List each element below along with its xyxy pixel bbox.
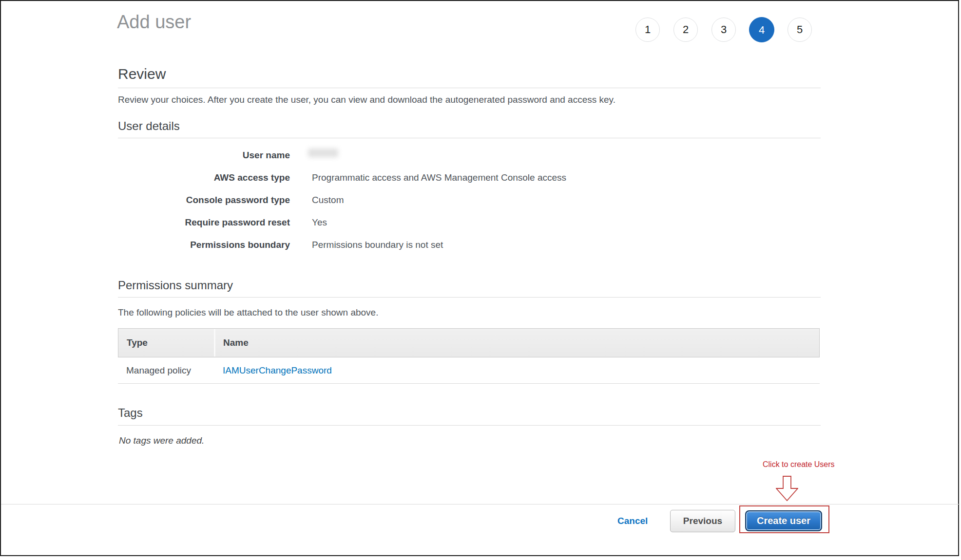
policy-link[interactable]: IAMUserChangePassword — [223, 365, 332, 375]
divider — [118, 138, 821, 138]
permissions-summary-heading: Permissions summary — [118, 279, 233, 292]
step-4-active: 4 — [749, 17, 774, 42]
table-row: Managed policy IAMUserChangePassword — [118, 357, 820, 384]
review-heading: Review — [118, 66, 166, 82]
annotation-label: Click to create Users — [763, 460, 835, 469]
detail-value: Programmatic access and AWS Management C… — [312, 172, 566, 183]
permissions-summary-description: The following policies will be attached … — [118, 307, 378, 318]
policy-type-cell: Managed policy — [118, 365, 213, 376]
detail-label: User name — [118, 150, 290, 161]
column-header-type: Type — [118, 337, 214, 348]
step-2: 2 — [673, 18, 698, 42]
page-title: Add user — [117, 12, 191, 33]
detail-row-permissions-boundary: Permissions boundary Permissions boundar… — [118, 234, 821, 256]
detail-row-password-reset: Require password reset Yes — [118, 211, 821, 234]
detail-label: AWS access type — [118, 172, 290, 183]
detail-row-password-type: Console password type Custom — [118, 189, 821, 211]
column-header-name: Name — [214, 337, 249, 348]
step-1: 1 — [635, 18, 660, 42]
user-details-list: User name AWS access type Programmatic a… — [118, 144, 821, 256]
detail-value: Permissions boundary is not set — [312, 240, 443, 250]
detail-row-access-type: AWS access type Programmatic access and … — [118, 167, 821, 189]
detail-label: Console password type — [118, 195, 290, 205]
tags-empty-text: No tags were added. — [119, 435, 204, 446]
create-user-button[interactable]: Create user — [745, 510, 822, 531]
detail-label: Permissions boundary — [118, 240, 290, 250]
detail-label: Require password reset — [118, 217, 290, 228]
footer-divider — [1, 504, 960, 504]
detail-row-user-name: User name — [118, 144, 821, 167]
detail-value: Custom — [312, 195, 344, 205]
user-details-heading: User details — [118, 119, 180, 133]
policies-table: Type Name Managed policy IAMUserChangePa… — [118, 328, 820, 384]
review-description: Review your choices. After you create th… — [118, 94, 615, 105]
down-arrow-icon — [776, 476, 798, 501]
add-user-wizard-page: Add user 1 2 3 4 5 Review Review your ch… — [0, 0, 959, 556]
policies-table-header: Type Name — [118, 328, 820, 357]
user-name-redacted-value — [308, 149, 338, 157]
previous-button[interactable]: Previous — [670, 510, 735, 532]
divider — [118, 425, 821, 426]
detail-value: Yes — [312, 217, 327, 228]
divider — [118, 297, 821, 298]
cancel-link[interactable]: Cancel — [617, 516, 648, 526]
divider — [118, 88, 821, 88]
tags-heading: Tags — [118, 406, 143, 420]
column-divider — [214, 329, 215, 356]
step-3: 3 — [711, 18, 736, 42]
step-5: 5 — [788, 18, 812, 42]
policy-name-cell: IAMUserChangePassword — [213, 365, 332, 376]
